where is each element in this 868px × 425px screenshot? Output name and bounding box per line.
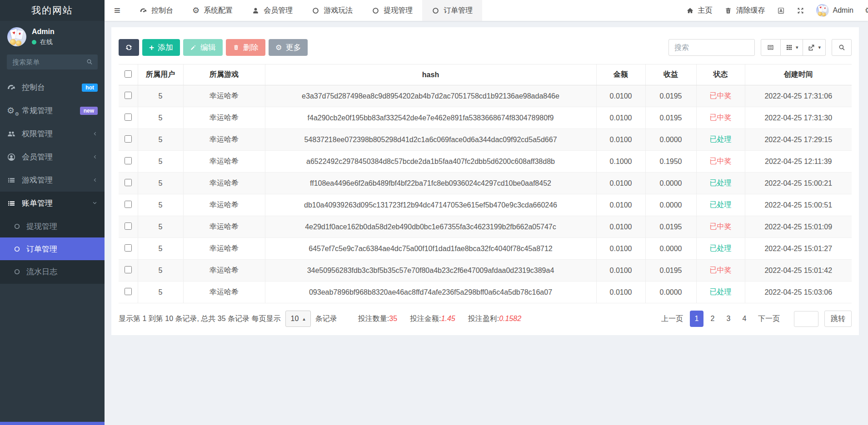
table-row[interactable]: 5 幸运哈希 e3a37d75d287498ea8c9d8954202ab4b7… xyxy=(119,85,852,107)
row-checkbox[interactable] xyxy=(125,244,132,252)
cell-profit: 0.0000 xyxy=(645,238,696,260)
search-button[interactable] xyxy=(832,39,852,56)
jump-page-input[interactable] xyxy=(794,311,818,327)
row-checkbox[interactable] xyxy=(125,288,132,295)
delete-button[interactable]: 删除 xyxy=(226,39,265,56)
cell-profit: 0.0195 xyxy=(645,216,696,238)
table-toolbar: + 添加 编辑 删除 ⚙ 更多 xyxy=(119,39,852,56)
tab-gameplay[interactable]: 游戏玩法 xyxy=(302,0,362,21)
more-button[interactable]: ⚙ 更多 xyxy=(269,39,308,56)
sidebar-item-logs[interactable]: 流水日志 xyxy=(0,260,105,283)
hamburger-menu-icon[interactable]: ≡ xyxy=(105,4,130,17)
tab-dashboard[interactable]: 控制台 xyxy=(130,0,183,21)
plus-icon: + xyxy=(149,43,154,52)
orders-table: 所属用户 所属游戏 hash 金额 收益 状态 创建时间 5 xyxy=(119,64,852,303)
cell-user: 5 xyxy=(138,107,183,129)
fullscreen-button[interactable] xyxy=(791,0,810,21)
clear-cache-link[interactable]: 清除缓存 xyxy=(718,0,771,21)
table-row[interactable]: 5 幸运哈希 db10a40939263d095c131723f12b94dc4… xyxy=(119,194,852,216)
export-button[interactable]: ▾ xyxy=(803,39,826,56)
page-button-1[interactable]: 1 xyxy=(690,311,703,327)
list-icon xyxy=(7,199,16,208)
row-checkbox[interactable] xyxy=(125,201,132,208)
table-row[interactable]: 5 幸运哈希 093eab7896bf968b8320ae46ac8ffd74a… xyxy=(119,282,852,303)
home-link[interactable]: 主页 xyxy=(680,0,718,21)
cell-status: 已处理 xyxy=(696,238,745,260)
page-button-4[interactable]: 4 xyxy=(738,311,751,327)
main-area: ≡ 控制台 ⚙ 系统配置 会员管理 游戏玩法 xyxy=(105,0,868,425)
row-checkbox[interactable] xyxy=(125,157,132,164)
row-checkbox[interactable] xyxy=(125,114,132,121)
sidebar-item-members[interactable]: 会员管理 xyxy=(0,145,105,168)
row-checkbox[interactable] xyxy=(125,222,132,230)
detail-view-button[interactable] xyxy=(761,39,781,56)
prev-page-button[interactable]: 上一页 xyxy=(657,311,688,327)
table-row[interactable]: 5 幸运哈希 34e50956283fdb3c3bf5b35c57e70f80a… xyxy=(119,260,852,282)
table-row[interactable]: 5 幸运哈希 6457ef7c5e9c7ac6384ae4dc75a00f10f… xyxy=(119,238,852,260)
tab-members[interactable]: 会员管理 xyxy=(242,0,302,21)
tab-system-config[interactable]: ⚙ 系统配置 xyxy=(183,0,242,21)
detail-view-icon xyxy=(767,44,774,51)
cell-hash: 6457ef7c5e9c7ac6384ae4dc75a00f10f1dad1fa… xyxy=(265,238,596,260)
sidebar-item-billing[interactable]: 账单管理 xyxy=(0,192,105,215)
cell-profit: 0.0000 xyxy=(645,194,696,216)
table-row[interactable]: 5 幸运哈希 ff108ea4496e6f2a6b489fbf4bf22ba71… xyxy=(119,173,852,194)
jump-button[interactable]: 跳转 xyxy=(824,311,852,327)
gear-icon: ⚙ xyxy=(275,44,282,51)
row-checkbox[interactable] xyxy=(125,266,132,273)
select-all-checkbox[interactable] xyxy=(125,70,132,78)
edit-button[interactable]: 编辑 xyxy=(183,39,223,56)
circle-icon xyxy=(14,246,20,252)
next-page-button[interactable]: 下一页 xyxy=(753,311,784,327)
header-game: 所属游戏 xyxy=(183,64,265,85)
site-title: 我的网站 xyxy=(0,0,105,21)
cell-hash: 093eab7896bf968b8320ae46ac8ffd74afe236f5… xyxy=(265,282,596,303)
table-row[interactable]: 5 幸运哈希 f4a290cb2e0f195bb83af332542de4e7e… xyxy=(119,107,852,129)
language-button[interactable] xyxy=(771,0,791,21)
fullscreen-icon xyxy=(797,7,804,15)
sidebar-item-permissions[interactable]: 权限管理 xyxy=(0,122,105,145)
sidebar-item-general[interactable]: ⚙⚙ 常规管理 new xyxy=(0,99,105,122)
user-menu[interactable]: ♥ ♦ Admin xyxy=(810,0,859,21)
sidebar-item-games[interactable]: 游戏管理 xyxy=(0,168,105,192)
chevron-left-icon xyxy=(92,131,98,137)
page-size-select[interactable]: 10 ▴ xyxy=(285,311,311,327)
row-checkbox[interactable] xyxy=(125,92,132,99)
refresh-button[interactable] xyxy=(119,39,139,56)
sidebar-item-withdrawals[interactable]: 提现管理 xyxy=(0,215,105,237)
table-search-input[interactable] xyxy=(668,39,755,56)
sidebar-item-label: 控制台 xyxy=(22,82,76,93)
pencil-icon xyxy=(190,44,197,51)
cell-created: 2022-04-25 12:11:39 xyxy=(745,151,852,173)
header-amount: 金额 xyxy=(596,64,645,85)
table-row[interactable]: 5 幸运哈希 4e29d1f0ace162b0da58d2eb490db0bc1… xyxy=(119,216,852,238)
sidebar-item-label: 常规管理 xyxy=(22,105,74,116)
orders-card: + 添加 编辑 删除 ⚙ 更多 xyxy=(111,27,859,335)
cell-created: 2022-04-25 17:29:15 xyxy=(745,129,852,151)
table-row[interactable]: 5 幸运哈希 a6522492c2978450384d8c57bcde2da1b… xyxy=(119,151,852,173)
edit-button-label: 编辑 xyxy=(200,42,216,53)
row-checkbox[interactable] xyxy=(125,135,132,143)
page-button-3[interactable]: 3 xyxy=(722,311,735,327)
cell-amount: 0.0100 xyxy=(596,194,645,216)
columns-button[interactable]: ▾ xyxy=(781,39,803,56)
more-button-label: 更多 xyxy=(285,42,301,53)
table-header-row: 所属用户 所属游戏 hash 金额 收益 状态 创建时间 xyxy=(119,64,852,85)
cell-amount: 0.1000 xyxy=(596,151,645,173)
settings-button[interactable]: ⚙⚙ xyxy=(859,0,868,21)
tab-orders[interactable]: 订单管理 xyxy=(422,0,482,21)
row-checkbox[interactable] xyxy=(125,179,132,186)
add-button[interactable]: + 添加 xyxy=(142,39,180,56)
sidebar-item-orders[interactable]: 订单管理 xyxy=(0,237,105,260)
trash-icon xyxy=(233,44,239,51)
page-button-2[interactable]: 2 xyxy=(706,311,719,327)
sidebar-item-dashboard[interactable]: 控制台 hot xyxy=(0,76,105,99)
cell-hash: 34e50956283fdb3c3bf5b35c57e70f80a4b23c2f… xyxy=(265,260,596,282)
tab-label: 会员管理 xyxy=(264,6,293,15)
tab-withdrawals[interactable]: 提现管理 xyxy=(362,0,422,21)
list-icon xyxy=(7,176,16,185)
cell-created: 2022-04-25 17:31:30 xyxy=(745,107,852,129)
menu-search-input[interactable] xyxy=(7,54,98,69)
table-row[interactable]: 5 幸运哈希 54837218ee072398b805298d41d2c1a6c… xyxy=(119,129,852,151)
header-user: 所属用户 xyxy=(138,64,183,85)
